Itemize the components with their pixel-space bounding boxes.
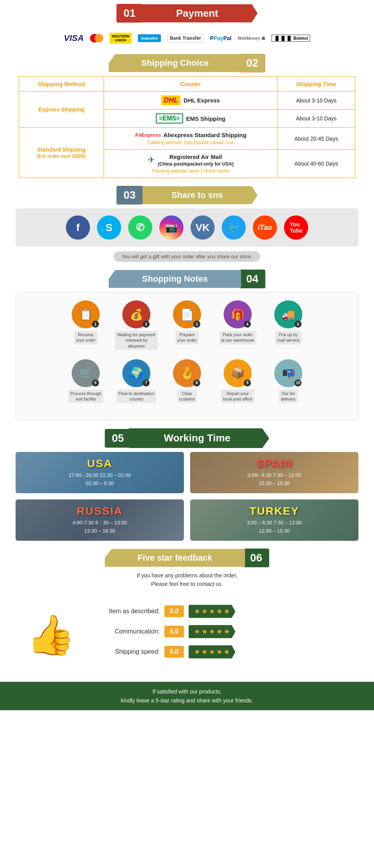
star-3-4: ★ — [216, 647, 222, 656]
method-standard: Standard Shipping(For order over USD5) — [19, 128, 104, 178]
ali-name: Aliexpress Standard Shipping — [163, 132, 246, 138]
shipping-table: Shipping Method Courier Shipping Time Ex… — [19, 76, 355, 178]
share-gift-text: You will get a gift with your order afte… — [114, 251, 260, 262]
airmail-tracking: Tracking website: www.17track.net/en — [109, 168, 272, 174]
star-1-2: ★ — [201, 607, 208, 616]
note-step-2: 💰 2 Waiting for paymentreleased by alixp… — [115, 300, 158, 350]
working-grid: USA 17:00 - 20:30 21:30 – 02:0002:30 – 5… — [16, 452, 358, 540]
rating-score-2: 5.0 — [164, 626, 184, 637]
note-circle-8: 🪝 8 — [173, 359, 201, 387]
courier-ems: ≡EMS≡ EMS Shipping — [104, 109, 278, 128]
feedback-title: Five star feedback — [105, 549, 245, 567]
footer-band: If satisfied with our products, kindly l… — [0, 682, 374, 710]
notes-number: 04 — [239, 270, 265, 288]
step-badge-7: 7 — [143, 379, 150, 386]
note-step-7: 🌍 7 Flow to destinationcountry — [115, 359, 158, 403]
shopping-notes-container: 📋 1 Receiveyour order 💰 2 Waiting for pa… — [16, 292, 358, 420]
itao-icon[interactable]: iTao — [253, 215, 277, 240]
feedback-header: Five star feedback 06 — [0, 549, 374, 567]
usa-times: 17:00 - 20:30 21:30 – 02:0002:30 – 5:30 — [69, 471, 131, 488]
note-circle-6: 🛒 6 — [72, 359, 100, 387]
youtube-icon[interactable]: YouTube — [284, 215, 308, 240]
note-label-1: Receiveyour order — [74, 331, 97, 344]
note-step-1: 📋 1 Receiveyour order — [64, 300, 107, 350]
rating-label-2: Communication: — [94, 628, 160, 635]
rating-score-1: 5.0 — [164, 605, 184, 617]
facebook-icon[interactable]: f — [66, 215, 90, 240]
courier-airmail: ✈ Registered Air Mail(China post/epacket… — [104, 150, 278, 178]
usa-name: USA — [87, 457, 112, 470]
working-number: 05 — [105, 429, 131, 448]
star-2-3: ★ — [209, 627, 215, 636]
visa-icon: VISA — [64, 33, 84, 43]
airmail-icon: ✈ — [148, 155, 155, 165]
airmail-name: Registered Air Mail(China post/epacket-o… — [158, 153, 234, 167]
rating-row-3: Shipping speed: 5.0 ★ ★ ★ ★ ★ — [94, 645, 358, 658]
feedback-number: 06 — [243, 549, 269, 567]
shipping-title: Shipping Choice — [109, 54, 241, 72]
twitter-icon[interactable]: 🐦 — [222, 215, 246, 240]
note-circle-3: 📄 3 — [173, 300, 201, 328]
step-badge-1: 1 — [92, 321, 99, 328]
skype-icon[interactable]: S — [97, 215, 121, 240]
stars-bar-1: ★ ★ ★ ★ ★ — [189, 605, 235, 618]
col-method: Shipping Method — [19, 77, 104, 92]
working-time-section: 05 Working Time USA 17:00 - 20:30 21:30 … — [0, 428, 374, 540]
maestro-icon: maestro — [138, 34, 161, 42]
courier-dhl: DHL DHL Express — [104, 92, 278, 109]
rating-row-1: Item as described: 5.0 ★ ★ ★ ★ ★ — [94, 605, 358, 618]
ems-logo-icon: ≡EMS≡ — [156, 113, 183, 123]
paypal-icon: P PayPal — [210, 35, 231, 41]
working-header: 05 Working Time — [0, 428, 374, 448]
star-2-4: ★ — [216, 627, 222, 636]
russia-times: 4:00-7:30 8：30 – 13:0013:30 – 16:30 — [72, 519, 127, 535]
shipping-header: Shipping Choice 02 — [0, 54, 374, 72]
ali-tracking: Tracking website: http://global.cainiao.… — [109, 140, 272, 145]
payment-header: 01 Payment — [0, 4, 374, 23]
star-2-5: ★ — [224, 627, 230, 636]
ali-logo-icon: AliExpress — [135, 132, 161, 138]
share-header: 03 Share to sns — [0, 186, 374, 205]
note-circle-2: 💰 2 — [122, 300, 150, 328]
ems-name: EMS Shipping — [186, 115, 226, 122]
feedback-section: Five star feedback 06 If you have any pr… — [0, 549, 374, 711]
whatsapp-icon[interactable]: ✆ — [128, 215, 152, 240]
vk-icon[interactable]: VK — [191, 215, 215, 240]
star-1-3: ★ — [209, 607, 215, 616]
rating-label-1: Item as described: — [94, 608, 160, 615]
dhl-time: About 3-10 Days — [277, 92, 355, 109]
note-step-8: 🪝 8 Clearcustoms — [166, 359, 208, 403]
step-badge-5: 5 — [295, 321, 302, 328]
note-label-9: Depart yourlocal post office — [221, 390, 254, 403]
shopping-notes-section: Shopping Notes 04 📋 1 Receiveyour order … — [0, 270, 374, 420]
turkey-times: 3:00 – 6:30 7:30 – 12:0012:30 – 15:30 — [247, 519, 302, 535]
col-courier: Courier — [104, 77, 278, 92]
instagram-icon[interactable]: 📷 — [159, 215, 183, 240]
courier-ali: AliExpress Aliexpress Standard Shipping … — [104, 128, 278, 150]
shipping-section: Shipping Choice 02 Shipping Method Couri… — [0, 54, 374, 178]
note-circle-1: 📋 1 — [72, 300, 100, 328]
star-2-2: ★ — [201, 627, 208, 636]
rating-score-3: 5.0 — [164, 646, 184, 658]
working-title: Working Time — [129, 428, 269, 448]
feedback-contact: If you have any problems about the order… — [0, 571, 374, 589]
sns-icons-row: f S ✆ 📷 VK 🐦 iTao YouTube — [16, 208, 358, 247]
dhl-name: DHL Express — [183, 97, 220, 104]
turkey-card: TURKEY 3:00 – 6:30 7:30 – 12:0012:30 – 1… — [190, 499, 358, 541]
payment-title: Payment — [141, 4, 258, 23]
note-step-10: 📭 10 Our fordelivery — [267, 359, 310, 403]
stars-bar-3: ★ ★ ★ ★ ★ — [189, 645, 235, 658]
note-label-7: Flow to destinationcountry — [116, 390, 156, 403]
russia-card: RUSSIA 4:00-7:30 8：30 – 13:0013:30 – 16:… — [16, 499, 184, 541]
star-3-1: ★ — [194, 647, 200, 656]
spain-card: SPAIN 3:00– 6:30 7:30 – 12:0012:30 – 15:… — [190, 452, 358, 493]
notes-row-1: 📋 1 Receiveyour order 💰 2 Waiting for pa… — [24, 300, 350, 350]
payment-section: 01 Payment VISA WESTERNUNION maestro Ban… — [0, 4, 374, 50]
western-union-icon: WESTERNUNION — [109, 33, 132, 44]
step-badge-8: 8 — [193, 379, 200, 386]
note-step-3: 📄 3 Prepareyour order — [166, 300, 208, 350]
note-label-6: Process throughsort facility — [68, 390, 103, 403]
russia-name: RUSSIA — [77, 505, 123, 517]
bank-transfer-icon: Bank Transfer — [167, 34, 204, 42]
star-3-5: ★ — [224, 647, 230, 656]
